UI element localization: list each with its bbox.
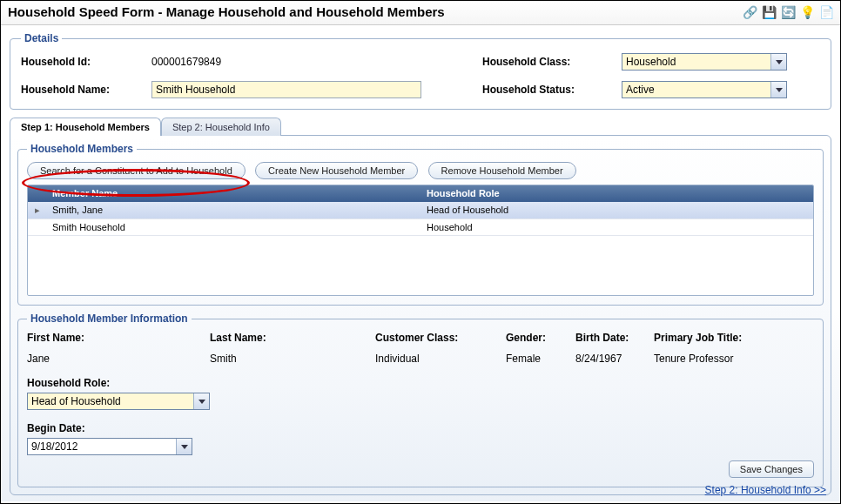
create-member-button[interactable]: Create New Household Member	[255, 162, 418, 179]
household-role-select[interactable]: Head of Household	[27, 393, 210, 410]
details-group: Details Household Id: 000001679849 House…	[10, 32, 831, 110]
customer-class-label: Customer Class:	[375, 332, 506, 344]
titlebar: Household Speed Form - Manage Household …	[1, 1, 840, 25]
member-info-legend: Household Member Information	[27, 312, 192, 325]
members-legend: Household Members	[27, 143, 137, 155]
household-status-value: Active	[622, 82, 770, 97]
begin-date-label: Begin Date:	[27, 422, 814, 434]
birth-date-value: 8/24/1967	[575, 353, 654, 365]
begin-date-value: 9/18/2012	[28, 439, 176, 454]
col-member-name[interactable]: Member Name	[47, 185, 421, 201]
table-row[interactable]: ▸ Smith, Jane Head of Household	[28, 202, 813, 219]
tab-step1[interactable]: Step 1: Household Members	[10, 118, 161, 136]
members-grid: Member Name Household Role ▸ Smith, Jane…	[27, 185, 814, 296]
household-status-select[interactable]: Active	[622, 81, 787, 98]
refresh-icon[interactable]: 🔄	[781, 5, 795, 19]
household-role-label: Household Role:	[27, 377, 814, 389]
job-title-label: Primary Job Title:	[654, 332, 793, 344]
row-expand-icon[interactable]: ▸	[28, 202, 47, 218]
chevron-down-icon[interactable]	[770, 82, 786, 97]
last-name-label: Last Name:	[210, 332, 375, 344]
help-icon[interactable]: 💡	[800, 5, 814, 19]
member-info-section: Household Member Information First Name:…	[17, 312, 824, 487]
export-icon[interactable]: 📄	[819, 5, 833, 19]
save-icon[interactable]: 💾	[762, 5, 776, 19]
members-grid-header: Member Name Household Role	[28, 185, 813, 202]
tab-step2[interactable]: Step 2: Household Info	[161, 118, 281, 136]
household-id-label: Household Id:	[21, 56, 151, 68]
tab-strip: Step 1: Household Members Step 2: Househ…	[10, 118, 831, 136]
first-name-value: Jane	[27, 353, 210, 365]
household-class-value: Household	[622, 54, 770, 70]
save-changes-button[interactable]: Save Changes	[729, 460, 814, 478]
household-class-select[interactable]: Household	[622, 53, 787, 71]
col-household-role[interactable]: Household Role	[421, 185, 813, 201]
birth-date-label: Birth Date:	[575, 332, 654, 344]
search-constituent-button[interactable]: Search for a Constituent to Add to House…	[27, 162, 246, 179]
row-member-role: Head of Household	[421, 202, 813, 218]
table-row[interactable]: Smith Household Household	[28, 219, 813, 236]
first-name-label: First Name:	[27, 332, 210, 344]
details-legend: Details	[21, 32, 62, 44]
household-form-window: Household Speed Form - Manage Household …	[0, 0, 841, 504]
row-member-role: Household	[421, 219, 813, 235]
job-title-value: Tenure Professor	[654, 353, 793, 365]
step2-link[interactable]: Step 2: Household Info >>	[705, 484, 826, 496]
tab-body-step1: Household Members Search for a Constitue…	[10, 135, 831, 495]
chevron-down-icon[interactable]	[770, 54, 786, 70]
begin-date-input[interactable]: 9/18/2012	[27, 438, 192, 455]
row-member-name: Smith, Jane	[47, 202, 421, 218]
row-member-name: Smith Household	[47, 219, 421, 235]
household-status-label: Household Status:	[482, 84, 622, 96]
members-button-row: Search for a Constituent to Add to House…	[27, 162, 814, 179]
chevron-down-icon[interactable]	[176, 439, 192, 454]
link-icon[interactable]: 🔗	[743, 5, 757, 19]
customer-class-value: Individual	[375, 353, 506, 365]
household-class-label: Household Class:	[482, 56, 622, 68]
household-name-label: Household Name:	[21, 84, 151, 96]
chevron-down-icon[interactable]	[193, 393, 209, 409]
household-name-input[interactable]	[151, 81, 421, 98]
household-role-value: Head of Household	[28, 393, 193, 409]
member-info-grid: First Name: Last Name: Customer Class: G…	[27, 332, 814, 365]
gender-label: Gender:	[506, 332, 575, 344]
content-area: Details Household Id: 000001679849 House…	[1, 25, 840, 501]
gender-value: Female	[506, 353, 575, 365]
last-name-value: Smith	[210, 353, 375, 365]
remove-member-button[interactable]: Remove Household Member	[428, 162, 576, 179]
toolbar: 🔗 💾 🔄 💡 📄	[743, 5, 833, 19]
page-title: Household Speed Form - Manage Household …	[8, 4, 445, 19]
household-id-value: 000001679849	[151, 56, 430, 68]
members-section: Household Members Search for a Constitue…	[17, 143, 824, 306]
